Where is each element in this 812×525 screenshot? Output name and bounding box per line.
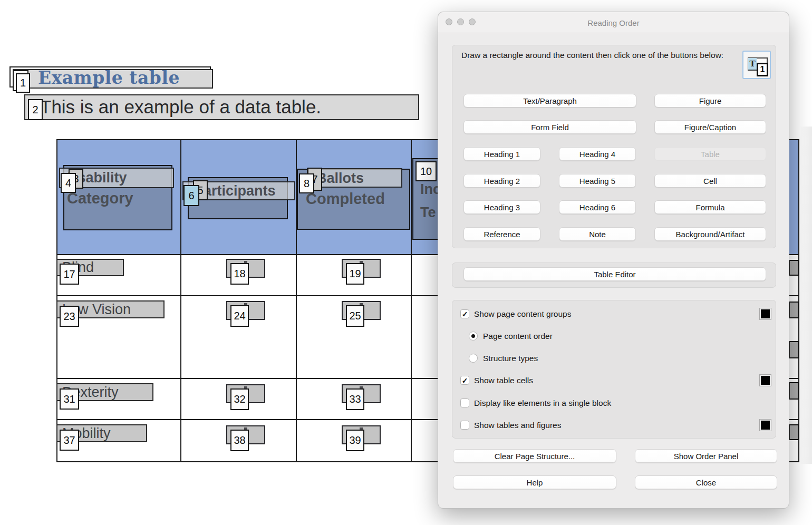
reading-order-tag-24[interactable]: 24 [230,305,249,327]
header-cell4-line2: Te [420,205,436,221]
show-page-content-groups-label: Show page content groups [474,309,571,319]
display-options-group [452,300,776,439]
heading-1-button[interactable]: Heading 1 [463,147,540,161]
page-content-order-label: Page content order [483,332,553,341]
reading-order-tag-33[interactable]: 33 [346,388,364,410]
reading-order-tag-17[interactable]: 17 [60,264,79,285]
heading-2-button[interactable]: Heading 2 [463,174,540,188]
heading-3-button[interactable]: Heading 3 [463,200,540,214]
note-button[interactable]: Note [559,227,636,241]
show-table-cells-label: Show table cells [474,376,533,385]
page-edge [800,127,812,464]
table-divider-col3 [411,139,412,462]
show-table-cells-checkbox[interactable]: ✓ [460,376,469,385]
reading-order-tag-8[interactable]: 8 [299,173,314,193]
page-content-order-radio[interactable] [469,332,478,341]
show-page-content-groups-checkbox[interactable]: ✓ [460,309,469,318]
header-cell3-line2: Completed [306,190,385,208]
form-field-button[interactable]: Form Field [463,120,636,134]
close-button[interactable]: Close [635,475,777,489]
reading-order-tag-37[interactable]: 37 [60,430,79,451]
doc-paragraph-text: This is an example of a data table. [40,96,321,118]
reading-order-tag-23[interactable]: 23 [60,306,79,327]
structure-types-radio[interactable] [469,354,478,363]
table-button: Table [654,147,766,161]
display-single-block-checkbox[interactable] [460,398,469,407]
reading-order-tag-32[interactable]: 32 [230,388,249,410]
header-cell3-line1: Ballots [316,170,364,187]
reading-order-tag-38[interactable]: 38 [230,430,249,451]
doc-heading-text: Example table [38,67,180,88]
reading-order-tag-31[interactable]: 31 [60,388,79,410]
figure-button[interactable]: Figure [654,94,766,108]
reading-order-tag-25[interactable]: 25 [346,305,364,327]
display-single-block-label: Display like elements in a single block [474,398,611,408]
text-paragraph-button[interactable]: Text/Paragraph [463,94,636,108]
help-button[interactable]: Help [453,475,616,489]
cell-highlight [789,260,799,276]
reference-button[interactable]: Reference [463,227,540,241]
cell-highlight [789,302,799,318]
reading-order-tag-1[interactable]: 1 [16,73,30,93]
formula-button[interactable]: Formula [654,200,766,214]
heading-5-button[interactable]: Heading 5 [559,174,636,188]
table-cells-color-swatch[interactable] [760,375,771,386]
tables-figures-color-swatch[interactable] [760,420,771,431]
show-tables-figures-label: Show tables and figures [474,421,561,430]
tag-buttons-group [452,45,776,248]
clear-page-structure-button[interactable]: Clear Page Structure... [453,449,616,463]
table-editor-button[interactable]: Table Editor [463,267,766,281]
table-border-right [798,139,799,462]
reading-order-tool-icon: T 1 [742,51,771,79]
heading-4-button[interactable]: Heading 4 [559,147,636,161]
figure-caption-button[interactable]: Figure/Caption [654,120,766,134]
show-tables-figures-checkbox[interactable] [460,421,469,430]
table-divider-col1 [180,139,181,462]
reading-order-dialog: Reading Order Draw a rectangle around th… [438,12,789,509]
screen: Example table 1 This is an example of a … [0,0,812,525]
instructions-text: Draw a rectangle around the content then… [461,49,725,62]
background-artifact-button[interactable]: Background/Artifact [654,227,766,241]
reading-order-tag-10[interactable]: 10 [415,161,437,181]
heading-6-button[interactable]: Heading 6 [559,200,636,214]
cell-highlight [789,341,799,358]
cell-highlight [789,424,799,440]
dialog-title: Reading Order [438,12,789,33]
show-order-panel-button[interactable]: Show Order Panel [635,449,777,463]
reading-order-tag-19[interactable]: 19 [346,263,364,285]
header-cell1-line2: Category [67,190,133,207]
cell-highlight [789,382,799,400]
reading-order-tag-39[interactable]: 39 [346,430,364,451]
reading-order-tag-2[interactable]: 2 [28,99,43,120]
reading-order-tag-6-selected[interactable]: 6 [183,185,199,206]
cell-button[interactable]: Cell [654,174,766,188]
tool-icon-number: 1 [757,63,768,76]
reading-order-tag-18[interactable]: 18 [230,263,249,285]
reading-order-tag-4[interactable]: 4 [61,173,76,193]
tool-icon-letter: T [748,58,757,70]
structure-types-label: Structure types [483,354,538,363]
page-content-color-swatch[interactable] [760,308,771,319]
